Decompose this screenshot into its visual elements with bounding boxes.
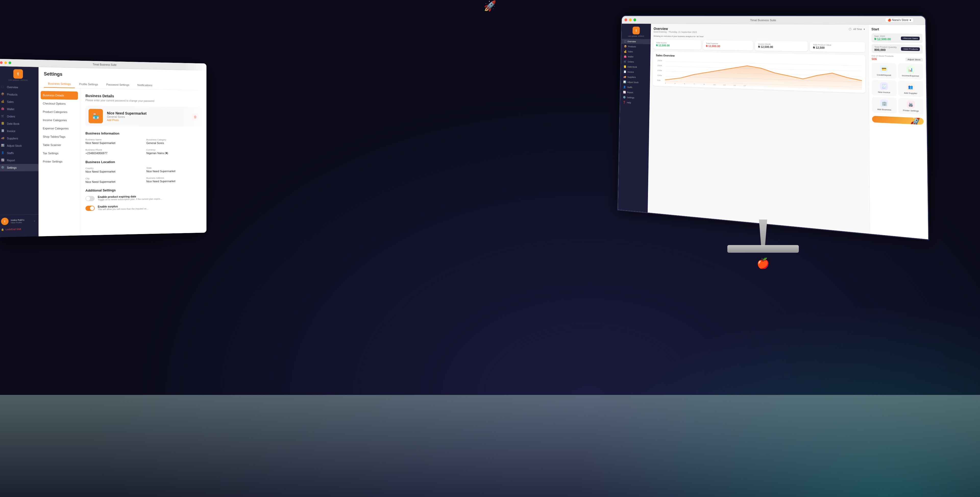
minimize-btn[interactable] <box>629 18 632 21</box>
user-profile[interactable]: I Isiaka Rabi'u View Profile › <box>1 217 35 225</box>
time-filter[interactable]: All Time <box>853 28 862 30</box>
ls-overview[interactable]: ⬚ Overview <box>0 83 38 91</box>
laptop-window: Timat Business Suite t Last updated: 10/… <box>0 59 207 237</box>
nav-business-details[interactable]: Business Details <box>41 91 78 100</box>
grid-add-business[interactable]: 🏢 Add Business <box>872 97 897 113</box>
nav-tax-settings[interactable]: Tax Settings <box>38 149 80 158</box>
ls-adjuststock[interactable]: 📊 Adjust Stock <box>0 142 38 149</box>
top-logo-icon: 🚀 <box>484 0 496 12</box>
ls-orders[interactable]: 🛒 Orders <box>0 113 38 120</box>
toggle-expiring-text: Enable product expiring date Toggle on t… <box>98 194 162 201</box>
monitor-nav-overview[interactable]: ⬚ Overview <box>621 39 651 44</box>
monitor-screen: Timat Business Suite 🍎 Nana's Store ▾ t … <box>617 15 929 240</box>
laptop-close-btn[interactable] <box>0 61 3 64</box>
ls-sales[interactable]: 💰 Sales <box>0 98 38 106</box>
ls-products[interactable]: 📦 Products <box>0 91 38 99</box>
currency-label: Currency <box>146 148 202 151</box>
field-address: Business Address Nice Need Supermarket <box>146 177 202 183</box>
nav-shop-tables-tags[interactable]: Shop Tables/Tags <box>38 132 80 141</box>
ls-staffs[interactable]: 👤 Staffs <box>0 149 38 157</box>
svg-text:1: 1 <box>665 82 666 84</box>
nav-printer-settings[interactable]: Printer Settings <box>38 157 80 166</box>
stats-row: Total Income ₦ 12,500.00 Total Expense ₦… <box>653 40 865 53</box>
nav-checkout-options[interactable]: Checkout Options <box>38 99 80 108</box>
avatar-placeholder: 🏪 <box>92 113 99 119</box>
nav-table-scanner[interactable]: Table Scanner <box>38 141 80 149</box>
monitor-nav-wallet[interactable]: 👛 Wallet <box>621 54 651 59</box>
monitor-nav-products[interactable]: 📦 Products <box>621 44 651 49</box>
monitor-nav-orders[interactable]: 🛒 Orders <box>621 59 650 65</box>
add-photo-link[interactable]: Add Photo <box>107 119 146 122</box>
user-avatar: I <box>1 218 8 225</box>
svg-text:13: 13 <box>723 84 725 86</box>
svg-text:3: 3 <box>675 83 676 84</box>
toggle-expiring-switch[interactable] <box>86 196 95 201</box>
close-btn[interactable] <box>625 18 627 21</box>
grid-add-supplier[interactable]: 👥 Add Supplier <box>898 80 923 97</box>
add-products-action[interactable]: +Add Products <box>901 47 920 51</box>
delete-avatar-btn[interactable]: 🗑 <box>192 113 199 121</box>
toggle2-desc: This will allow you sell more than the i… <box>98 207 148 210</box>
laptop-nav: ⬚ Overview 📦 Products 💰 Sales 👛 Wallet 🛒 <box>0 83 38 215</box>
lock-icon: 🔒 <box>1 228 4 231</box>
start-title: Start <box>871 27 922 32</box>
adjust-stock-action[interactable]: Adjust Stock <box>905 58 923 62</box>
laptop-sidebar-footer: I Isiaka Rabi'u View Profile › 🔒 Lock/En… <box>0 214 38 234</box>
tab-notifications[interactable]: Notifications <box>134 81 156 89</box>
laptop-max-btn[interactable] <box>8 61 11 64</box>
section-subtitle: Please enter your current password to ch… <box>86 99 202 103</box>
svg-text:9: 9 <box>703 83 705 85</box>
field-business-category: Bussiness Category General Sores <box>146 139 202 145</box>
record-sales-btn[interactable]: Sale: 2000 ₦ 12,500.00 +Record Sales <box>872 33 923 43</box>
view-profile: View Profile <box>11 221 24 224</box>
location-form: Country Nice Need Supermarket State Nice… <box>86 166 202 183</box>
ls-report[interactable]: 📈 Report <box>0 157 38 164</box>
tab-profile-settings[interactable]: Profile Settings <box>75 80 102 89</box>
overview-title: Overview <box>654 27 697 31</box>
ls-wallet[interactable]: 👛 Wallet <box>0 105 38 113</box>
monitor-logo: t <box>632 27 640 34</box>
overview-subtitle: Good Evening - Thursday, 21 September 20… <box>654 30 697 33</box>
state-label: State <box>146 166 202 169</box>
biz-info-title: Business Information <box>86 131 202 136</box>
monitor-nav-sales[interactable]: 💰 Sales <box>621 49 651 54</box>
ls-invoice[interactable]: 🧾 Invoice <box>0 127 38 135</box>
ls-settings[interactable]: ⚙️ Settings <box>0 164 38 171</box>
chart-area: 250k 200k 150k 100k 50k <box>655 59 862 90</box>
grid-credit-deposit[interactable]: 💳 Credit/Deposit <box>872 63 896 79</box>
window-chrome: Timat Business Suite 🍎 Nana's Store ▾ <box>622 16 925 25</box>
record-sales-action[interactable]: +Record Sales <box>901 37 920 40</box>
ls-debtbook[interactable]: 📒 Debt Book <box>0 120 38 127</box>
monitor-updated: Last updated: 10/05/23 <box>621 35 651 37</box>
nav-product-categories[interactable]: Product Categories <box>38 107 80 116</box>
nav-income-categories[interactable]: Income Categories <box>38 116 80 124</box>
tab-business-settings[interactable]: Business Settings <box>44 80 75 88</box>
tab-password-settings[interactable]: Password Settings <box>102 81 133 89</box>
report-icon: 📈 <box>1 159 5 162</box>
grid-new-invoice[interactable]: 🧾 New Invoice <box>872 80 897 96</box>
svg-text:100k: 100k <box>657 75 662 76</box>
table-surface <box>0 395 980 497</box>
field-country: Country Nice Need Supermarket <box>86 167 142 173</box>
maximize-btn[interactable] <box>633 18 636 21</box>
toggle-surplus-switch[interactable] <box>86 206 95 211</box>
ls-suppliers[interactable]: 🚚 Suppliers <box>0 135 38 142</box>
lock-end-shift[interactable]: 🔒 Lock/End Shift <box>1 226 35 232</box>
wallet-icon: 👛 <box>1 107 5 111</box>
settings-header: Settings Business Settings Profile Setti… <box>38 67 207 90</box>
grid-printer-settings[interactable]: 🖨️ Printer Settings <box>898 98 924 115</box>
monitor-right-panel: Start Sale: 2000 ₦ 12,500.00 +Record Sal… <box>868 25 928 239</box>
suppliers-icon: 🚚 <box>1 137 5 140</box>
sales-icon: 💰 <box>1 100 5 104</box>
apple-logo: 🍎 <box>757 257 770 269</box>
store-selector[interactable]: 🍎 Nana's Store ▾ <box>885 18 914 22</box>
business-phone-label: Business Phone <box>86 148 142 151</box>
state-value: Nice Need Supermarket <box>146 169 202 173</box>
country-label: Country <box>86 167 142 169</box>
monitor-nav-help[interactable]: ❓ Help <box>620 100 650 106</box>
grid-income-expense[interactable]: 📊 Income/Expense <box>898 63 923 80</box>
products-btn[interactable]: Total Product Quantity 800,000 +Add Prod… <box>872 44 923 54</box>
rocket-icon: 🚀 <box>908 116 923 125</box>
laptop-min-btn[interactable] <box>4 61 7 64</box>
nav-expense-categories[interactable]: Expense Categories <box>38 124 80 132</box>
